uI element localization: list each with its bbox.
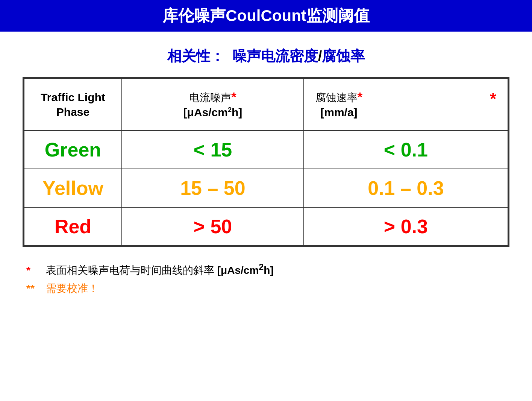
corrosion-green-value: < 0.1	[384, 139, 428, 161]
table-row-yellow: Yellow 15 – 50 0.1 – 0.3	[24, 169, 508, 207]
page-header: 库伦噪声CoulCount监测阈值	[0, 0, 532, 32]
table-header-row: Traffic Light Phase 电流噪声* [μAs/cm2h]	[24, 79, 508, 131]
col-header-corrosion: 腐蚀速率* [mm/a] *	[304, 79, 508, 131]
footnote-1-star: *	[26, 264, 41, 276]
subtitle-label2: 腐蚀率	[322, 48, 365, 64]
data-table-container: Traffic Light Phase 电流噪声* [μAs/cm2h]	[23, 77, 509, 247]
corrosion-yellow-value: 0.1 – 0.3	[368, 177, 444, 199]
phase-red: Red	[24, 207, 122, 246]
col3-star: *	[358, 90, 362, 104]
noise-red: > 50	[122, 207, 304, 246]
footnotes: * 表面相关噪声电荷与时间曲线的斜率 [μAs/cm2h] ** 需要校准！	[23, 262, 509, 299]
phase-red-label: Red	[55, 216, 91, 237]
col3-extra-star: *	[490, 90, 496, 108]
footnote-2-text: 需要校准！	[46, 281, 99, 296]
phase-yellow: Yellow	[24, 169, 122, 207]
phase-green: Green	[24, 131, 122, 169]
col-header-corrosion-unit: [mm/a]	[320, 106, 357, 118]
subtitle: 相关性： 噪声电流密度/腐蚀率	[167, 47, 365, 66]
subtitle-text: 相关性： 噪声电流密度/腐蚀率	[167, 48, 365, 64]
corrosion-yellow: 0.1 – 0.3	[304, 169, 508, 207]
col-header-noise: 电流噪声* [μAs/cm2h]	[122, 79, 304, 131]
footnote-1-text: 表面相关噪声电荷与时间曲线的斜率 [μAs/cm2h]	[46, 262, 274, 278]
main-content: 相关性： 噪声电流密度/腐蚀率 Traffic Light Phase 电流噪声…	[0, 32, 532, 299]
corrosion-red-value: > 0.3	[384, 216, 428, 237]
noise-green: < 15	[122, 131, 304, 169]
corrosion-red: > 0.3	[304, 207, 508, 246]
table-row-green: Green < 15 < 0.1	[24, 131, 508, 169]
footnote-line-2: ** 需要校准！	[26, 281, 506, 296]
col-header-noise-chinese: 电流噪声*	[189, 92, 236, 103]
corrosion-green: < 0.1	[304, 131, 508, 169]
col-header-noise-unit: [μAs/cm2h]	[183, 106, 243, 118]
footnote-2-star: **	[26, 283, 41, 295]
subtitle-slash: /	[318, 48, 322, 64]
header-title: 库伦噪声CoulCount监测阈值	[162, 7, 370, 24]
subtitle-label: 相关性： 噪声电流密度	[167, 48, 318, 64]
phase-yellow-label: Yellow	[42, 177, 103, 199]
noise-red-value: > 50	[194, 216, 232, 237]
noise-green-value: < 15	[194, 139, 232, 161]
col-header-phase-label: Traffic Light Phase	[41, 91, 105, 118]
phase-green-label: Green	[45, 139, 101, 161]
footnote-1-unit: [μAs/cm2h]	[217, 264, 274, 276]
noise-yellow: 15 – 50	[122, 169, 304, 207]
col2-star: *	[231, 90, 236, 104]
noise-yellow-value: 15 – 50	[180, 177, 246, 199]
footnote-line-1: * 表面相关噪声电荷与时间曲线的斜率 [μAs/cm2h]	[26, 262, 506, 278]
col-header-corrosion-chinese: 腐蚀速率*	[315, 92, 362, 103]
data-table: Traffic Light Phase 电流噪声* [μAs/cm2h]	[24, 78, 508, 246]
table-row-red: Red > 50 > 0.3	[24, 207, 508, 246]
col-header-phase: Traffic Light Phase	[24, 79, 122, 131]
